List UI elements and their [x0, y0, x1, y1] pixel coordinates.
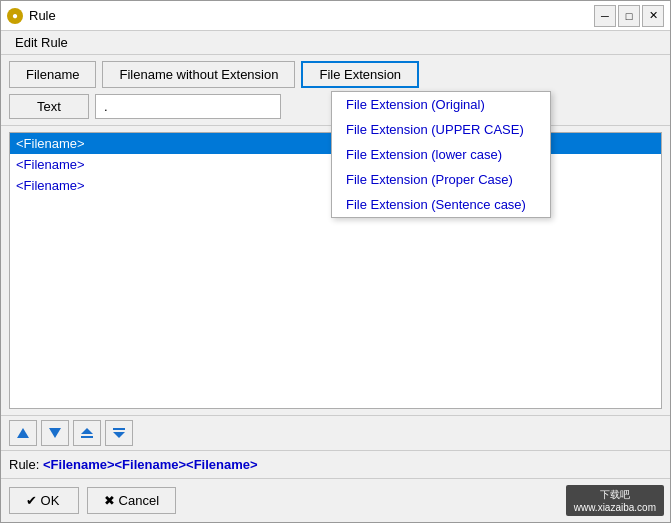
app-icon: ● — [7, 8, 23, 24]
menu-edit-rule[interactable]: Edit Rule — [7, 33, 76, 52]
toolbar: Filename Filename without Extension File… — [1, 55, 670, 126]
text-button[interactable]: Text — [9, 94, 89, 119]
dropdown-menu: File Extension (Original) File Extension… — [331, 91, 551, 218]
close-button[interactable]: ✕ — [642, 5, 664, 27]
content-area: Filename Filename without Extension File… — [1, 55, 670, 522]
dropdown-item-lower[interactable]: File Extension (lower case) — [332, 142, 550, 167]
rule-value: <Filename><Filename><Filename> — [43, 457, 258, 472]
top-arrow-icon — [80, 426, 94, 440]
move-top-button[interactable] — [73, 420, 101, 446]
down-arrow-icon — [48, 426, 62, 440]
filename-without-ext-button[interactable]: Filename without Extension — [102, 61, 295, 88]
text-input[interactable] — [95, 94, 281, 119]
rule-label: Rule: — [9, 457, 39, 472]
main-window: ● Rule ─ □ ✕ Edit Rule Filename Filename… — [0, 0, 671, 523]
move-bottom-button[interactable] — [105, 420, 133, 446]
title-bar-left: ● Rule — [7, 8, 56, 24]
svg-marker-0 — [17, 428, 29, 438]
filename-button[interactable]: Filename — [9, 61, 96, 88]
minimize-button[interactable]: ─ — [594, 5, 616, 27]
rule-display: Rule: <Filename><Filename><Filename> — [1, 450, 670, 478]
bottom-arrow-icon — [112, 426, 126, 440]
dropdown-item-upper[interactable]: File Extension (UPPER CASE) — [332, 117, 550, 142]
title-bar-controls: ─ □ ✕ — [594, 5, 664, 27]
bottom-buttons: ✔ OK ✖ Cancel — [1, 478, 670, 522]
move-down-button[interactable] — [41, 420, 69, 446]
svg-rect-3 — [81, 436, 93, 438]
dropdown-item-proper[interactable]: File Extension (Proper Case) — [332, 167, 550, 192]
dropdown-item-original[interactable]: File Extension (Original) — [332, 92, 550, 117]
maximize-button[interactable]: □ — [618, 5, 640, 27]
ok-button[interactable]: ✔ OK — [9, 487, 79, 514]
title-bar: ● Rule ─ □ ✕ — [1, 1, 670, 31]
svg-marker-4 — [113, 432, 125, 438]
dropdown-item-sentence[interactable]: File Extension (Sentence case) — [332, 192, 550, 217]
file-extension-button[interactable]: File Extension — [301, 61, 419, 88]
nav-buttons — [1, 415, 670, 450]
up-arrow-icon — [16, 426, 30, 440]
move-up-button[interactable] — [9, 420, 37, 446]
svg-marker-2 — [81, 428, 93, 434]
window-title: Rule — [29, 8, 56, 23]
cancel-button[interactable]: ✖ Cancel — [87, 487, 176, 514]
menu-bar: Edit Rule — [1, 31, 670, 55]
svg-rect-5 — [113, 428, 125, 430]
toolbar-row1: Filename Filename without Extension File… — [9, 61, 662, 88]
svg-marker-1 — [49, 428, 61, 438]
